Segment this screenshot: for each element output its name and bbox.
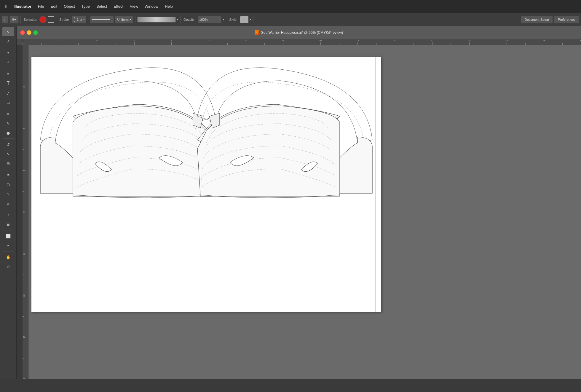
tool-sep-1 bbox=[3, 47, 14, 47]
paintbrush-icon: ✏ bbox=[7, 112, 10, 116]
main-area: ↖ ↗ ✦ ⌖ ✒ T ╱ ▭ ✏ ✎ ⬤ bbox=[0, 26, 581, 379]
maximize-window-button[interactable] bbox=[33, 30, 38, 35]
tool-magic-wand[interactable]: ✦ bbox=[2, 48, 14, 57]
stroke-label: Stroke: bbox=[58, 18, 71, 21]
apple-menu[interactable]:  bbox=[2, 3, 10, 10]
style-arrow[interactable]: ▾ bbox=[250, 18, 251, 21]
type-icon: T bbox=[7, 81, 10, 86]
stroke-spinners[interactable]: ▲ ▼ bbox=[74, 16, 76, 23]
stroke-color-swatch[interactable] bbox=[48, 16, 54, 23]
tool-type[interactable]: T bbox=[2, 79, 14, 88]
canvas-scroll-area[interactable] bbox=[28, 45, 581, 379]
doc-title: Ai Sea Warrior Headpiece.ai* @ 50% (CMYK… bbox=[255, 30, 343, 35]
stroke-line-preview bbox=[92, 19, 110, 20]
shape-builder-icon: ⬡ bbox=[7, 182, 10, 187]
tool-blend[interactable]: ∞ bbox=[2, 199, 14, 208]
tool-warp[interactable]: ≋ bbox=[2, 170, 14, 179]
opacity-arrow[interactable]: ▾ bbox=[223, 18, 224, 21]
menu-view[interactable]: View bbox=[127, 3, 141, 10]
tool-selection[interactable]: ↖ bbox=[2, 27, 14, 36]
doc-file-icon: Ai bbox=[255, 30, 259, 35]
separator-7 bbox=[253, 16, 253, 23]
tool-rotate[interactable]: ↺ bbox=[2, 140, 14, 149]
stroke-dropdown-arrow[interactable]: ▾ bbox=[83, 18, 85, 21]
style-label: Style: bbox=[228, 18, 239, 21]
direct-selection-icon: ↗ bbox=[7, 39, 10, 44]
tool-pencil[interactable]: ✎ bbox=[2, 119, 14, 128]
tool-scale[interactable]: ⤡ bbox=[2, 149, 14, 158]
tool-paintbrush[interactable]: ✏ bbox=[2, 109, 14, 118]
app-name[interactable]: Illustrator bbox=[11, 3, 34, 10]
tool-hand[interactable]: ✋ bbox=[2, 253, 14, 262]
hand-icon: ✋ bbox=[6, 255, 11, 259]
tool-shape-builder[interactable]: ⬡ bbox=[2, 180, 14, 189]
content-area: Ai Sea Warrior Headpiece.ai* @ 50% (CMYK… bbox=[17, 26, 581, 379]
scale-icon: ⤡ bbox=[7, 152, 10, 156]
left-wing-group bbox=[40, 68, 215, 198]
tool-slice[interactable]: ✂ bbox=[2, 241, 14, 250]
opacity-value: 100% bbox=[199, 18, 208, 21]
preferences-button[interactable]: Preferences bbox=[554, 16, 579, 23]
uniform-label: Uniform bbox=[117, 18, 129, 21]
menu-edit[interactable]: Edit bbox=[48, 3, 60, 10]
gradient-bar[interactable] bbox=[137, 17, 176, 23]
gradient-dropdown-arrow[interactable]: ▾ bbox=[177, 18, 178, 21]
tool-zoom[interactable]: ⊕ bbox=[2, 262, 14, 271]
tool-free-transform[interactable]: ⊞ bbox=[2, 159, 14, 168]
eyedropper-icon: ⍒ bbox=[7, 192, 9, 196]
opacity-spinner[interactable]: ▲ ▼ bbox=[218, 16, 220, 23]
selection-label: Selection bbox=[23, 18, 38, 21]
tool-eyedropper[interactable]: ⍒ bbox=[2, 189, 14, 198]
tool-lasso[interactable]: ⌖ bbox=[2, 58, 14, 67]
separator-4 bbox=[135, 16, 135, 23]
graph-icon: ▦ bbox=[7, 223, 9, 226]
tool-line[interactable]: ╱ bbox=[2, 88, 14, 97]
tool-sep-2 bbox=[3, 68, 14, 68]
separator-2 bbox=[56, 16, 56, 23]
ruler-vertical: 246810121416 bbox=[23, 45, 28, 379]
tool-graph[interactable]: ▦ bbox=[2, 220, 14, 229]
tool-blob-brush[interactable]: ⬤ bbox=[2, 128, 14, 137]
menu-window[interactable]: Window bbox=[142, 3, 161, 10]
menu-help[interactable]: Help bbox=[162, 3, 176, 10]
menu-select[interactable]: Select bbox=[93, 3, 110, 10]
doc-filename: Sea Warrior Headpiece.ai* @ 50% (CMYK/Pr… bbox=[261, 31, 343, 35]
separator-5 bbox=[180, 16, 181, 23]
tool-rectangle[interactable]: ▭ bbox=[2, 98, 14, 107]
lasso-icon: ⌖ bbox=[7, 60, 9, 65]
tool-direct-selection[interactable]: ↗ bbox=[2, 37, 14, 46]
menu-file[interactable]: File bbox=[35, 3, 47, 10]
style-swatch[interactable] bbox=[240, 16, 249, 23]
right-wing-group bbox=[197, 68, 372, 198]
fill-color-swatch[interactable] bbox=[39, 16, 47, 23]
opacity-label: Opacity: bbox=[182, 18, 197, 21]
tool-sep-8 bbox=[3, 251, 14, 251]
canvas-with-ruler: 24681012141618202224262830 246810121416 bbox=[23, 39, 581, 379]
close-window-button[interactable] bbox=[20, 30, 25, 35]
artboard-icon: ⬜ bbox=[6, 234, 11, 238]
menu-type[interactable]: Type bbox=[79, 3, 93, 10]
symbol-sprayer-icon: ⁘ bbox=[7, 213, 9, 217]
minimize-window-button[interactable] bbox=[27, 30, 31, 35]
rectangle-icon: ▭ bbox=[7, 100, 10, 105]
ruler-horizontal: 24681012141618202224262830 bbox=[23, 39, 581, 45]
magic-wand-icon: ✦ bbox=[7, 51, 10, 55]
menu-effect[interactable]: Effect bbox=[111, 3, 126, 10]
tool-artboard[interactable]: ⬜ bbox=[2, 232, 14, 240]
doc-title-bar: Ai Sea Warrior Headpiece.ai* @ 50% (CMYK… bbox=[17, 26, 581, 39]
bridge-button[interactable]: Br bbox=[2, 16, 8, 23]
separator-1 bbox=[20, 16, 21, 23]
arrange-button[interactable]: ⊞▾ bbox=[9, 16, 19, 23]
zoom-icon: ⊕ bbox=[7, 264, 10, 269]
guide-line-vertical bbox=[375, 57, 376, 312]
ruler-corner bbox=[17, 39, 23, 45]
tool-symbol-sprayer[interactable]: ⁘ bbox=[2, 211, 14, 219]
artboard bbox=[31, 57, 381, 312]
tool-pen[interactable]: ✒ bbox=[2, 69, 14, 78]
main-toolbar: Br ⊞▾ Selection Stroke: ▲ ▼ 1 pt ▾ Unifo… bbox=[0, 13, 581, 26]
uniform-dropdown[interactable]: Uniform ▾ bbox=[115, 16, 133, 23]
menu-object[interactable]: Object bbox=[61, 3, 78, 10]
tool-sep-5 bbox=[3, 169, 14, 169]
document-setup-button[interactable]: Document Setup bbox=[521, 16, 553, 23]
uniform-arrow: ▾ bbox=[130, 17, 131, 21]
